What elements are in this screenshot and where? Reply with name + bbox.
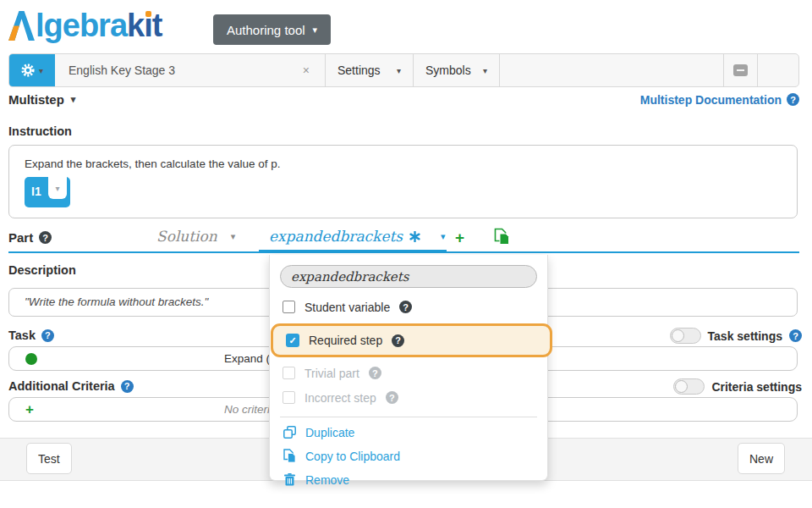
chevron-down-icon: ▾ (313, 25, 318, 36)
settings-label: Settings (337, 64, 381, 77)
tab-bar-spacer (500, 54, 724, 86)
tab-bar-end-spacer (758, 54, 798, 86)
documentation-link-label: Multistep Documentation (640, 93, 782, 107)
checkbox-unchecked[interactable] (283, 367, 295, 379)
active-tab-underline (259, 250, 447, 253)
test-button[interactable]: Test (26, 443, 72, 474)
task-settings-label: Task settings (708, 329, 782, 343)
task-text: Expand ( (9, 352, 270, 365)
help-icon[interactable]: ? (39, 231, 52, 244)
add-part-button[interactable]: + (455, 229, 464, 247)
chevron-down-icon: ▾ (71, 94, 76, 105)
option-incorrect-step[interactable]: Incorrect step ? (270, 386, 547, 409)
help-icon[interactable]: ? (369, 367, 381, 379)
tab-symbols[interactable]: Symbols ▾ (414, 54, 500, 86)
collapse-button[interactable] (724, 54, 758, 86)
chevron-down-icon: ▾ (55, 184, 59, 193)
help-icon[interactable]: ? (386, 391, 398, 404)
authoring-tool-button[interactable]: Authoring tool ▾ (213, 14, 331, 45)
part-options-menu: Student variable ? ✓ Required step ? Tri… (269, 255, 548, 481)
menu-item-remove[interactable]: Remove (270, 468, 547, 491)
option-trivial-part[interactable]: Trivial part ? (270, 362, 547, 384)
option-required-step[interactable]: ✓ Required step ? (273, 329, 550, 351)
task-settings-toggle[interactable] (670, 328, 701, 344)
description-label: Description (8, 263, 76, 277)
criteria-settings-toggle[interactable] (673, 378, 705, 395)
paste-icon (494, 228, 510, 246)
description-text: "Write the formula without brackets." (25, 295, 208, 308)
task-settings-control: Task settings ? (670, 328, 802, 344)
part-label: Part ? (8, 230, 52, 245)
logo-text-k: k (127, 8, 144, 44)
menu-item-duplicate[interactable]: Duplicate (270, 421, 547, 444)
multistep-dropdown[interactable]: Multistep ▾ (8, 92, 75, 107)
logo-text-body: lgebra (36, 8, 127, 44)
authoring-tool-label: Authoring tool (227, 23, 305, 37)
option-student-variable[interactable]: Student variable ? (270, 295, 547, 318)
criteria-settings-control: Criteria settings (673, 378, 802, 395)
clipboard-icon (283, 449, 296, 463)
part-name-input[interactable] (280, 265, 537, 288)
chevron-down-icon: ▾ (39, 66, 43, 75)
minimize-icon (733, 64, 748, 76)
menu-item-copy-to-clipboard[interactable]: Copy to Clipboard (270, 444, 547, 467)
help-icon[interactable]: ? (392, 334, 404, 347)
symbols-label: Symbols (425, 64, 471, 77)
exercise-title-label: English Key Stage 3 (69, 64, 175, 77)
trivial-part-label: Trivial part (304, 367, 359, 380)
task-label: Task ? (8, 329, 54, 342)
incorrect-step-label: Incorrect step (304, 391, 376, 405)
logo-text-t: t (152, 8, 162, 44)
additional-criteria-label: Additional Criteria ? (8, 379, 134, 393)
algebrakit-authoring-page: lgebrakıt Authoring tool ▾ ▾ English Key… (0, 0, 812, 508)
help-icon[interactable]: ? (399, 301, 412, 313)
help-icon[interactable]: ? (41, 329, 54, 342)
multistep-documentation-link[interactable]: Multistep Documentation ? (640, 93, 799, 107)
paste-part-button[interactable] (494, 228, 510, 249)
duplicate-label: Duplicate (305, 426, 354, 439)
logo-a-mark (8, 11, 35, 41)
logo-text-i: ı (144, 8, 152, 44)
active-tab-label: expandedbrackets (269, 228, 403, 245)
exercise-tab-bar: ▾ English Key Stage 3 × Settings ▾ Symbo… (8, 53, 799, 87)
duplicate-icon (283, 426, 296, 439)
copy-to-clipboard-label: Copy to Clipboard (305, 450, 400, 463)
help-icon[interactable]: ? (787, 93, 799, 106)
toggle-knob (672, 329, 684, 342)
part-tab-expandedbrackets[interactable]: expandedbrackets ▾ (269, 228, 446, 245)
instruction-label: Instruction (8, 124, 72, 138)
tab-exercise-title[interactable]: English Key Stage 3 × (55, 54, 326, 86)
close-tab-icon[interactable]: × (301, 64, 311, 77)
toggle-knob (675, 380, 688, 393)
part-tab-solution[interactable]: Solution ▾ (156, 228, 235, 245)
chevron-down-icon: ▾ (231, 231, 236, 242)
required-step-highlight: ✓ Required step ? (271, 323, 552, 357)
required-step-label: Required step (309, 334, 382, 347)
multistep-label: Multistep (8, 92, 64, 107)
checkbox-unchecked[interactable] (283, 301, 295, 313)
help-icon[interactable]: ? (789, 329, 802, 342)
part-tabs-row: Part ? Solution ▾ expandedbrackets ▾ + (8, 225, 799, 253)
instruction-box[interactable]: Expand the brackets, then calculate the … (8, 145, 798, 218)
multistep-row: Multistep ▾ Multistep Documentation ? (8, 92, 799, 107)
checkbox-unchecked[interactable] (283, 391, 295, 404)
logo-i-dot (145, 11, 151, 17)
gear-menu-button[interactable]: ▾ (9, 54, 55, 86)
algebrakit-logo: lgebrakıt (8, 5, 162, 46)
interaction-tag-label: I1 (31, 185, 41, 198)
chevron-down-icon: ▾ (483, 66, 487, 75)
criteria-settings-label: Criteria settings (711, 380, 802, 394)
student-variable-label: Student variable (304, 301, 390, 314)
tab-settings[interactable]: Settings ▾ (326, 54, 414, 86)
solution-tab-label: Solution (156, 228, 217, 245)
interaction-tag[interactable]: I1 ▾ (25, 177, 70, 207)
checkbox-checked[interactable]: ✓ (286, 334, 299, 347)
help-icon[interactable]: ? (121, 380, 134, 393)
remove-label: Remove (305, 473, 349, 487)
new-button[interactable]: New (738, 443, 785, 474)
required-step-asterisk-icon (409, 231, 420, 242)
chevron-down-icon: ▾ (397, 66, 401, 75)
gear-icon (21, 64, 35, 77)
trash-icon (284, 473, 295, 486)
interaction-tag-dropdown[interactable]: ▾ (48, 177, 67, 199)
